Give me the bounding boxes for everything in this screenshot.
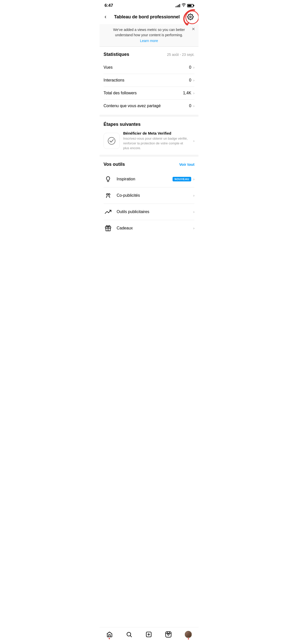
thick-divider-1 [100,115,198,117]
tool-right-outils: › [193,210,194,214]
stat-value-interactions: 0 [189,78,191,83]
stat-value-followers: 1,4K [183,91,191,95]
tool-right-cadeaux: › [193,226,194,230]
gear-icon [187,14,194,20]
tool-label-outils: Outils publicitaires [117,210,193,214]
meta-verified-desc: Inscrivez-vous pour obtenir un badge vér… [123,136,190,151]
tools-section: Vos outils Voir tout Inspiration NOUVEAU… [100,157,198,239]
tool-label-cadeaux: Cadeaux [117,226,193,230]
tool-right-copublicites: › [193,193,194,197]
chevron-right-outils: › [193,210,194,214]
stat-right-contenu: 0 › [189,104,194,108]
svg-point-2 [107,193,108,195]
chevron-right-icon-4: › [193,104,194,108]
meta-verified-info: Bénéficier de Meta Verified Inscrivez-vo… [123,131,190,151]
chevron-right-icon: › [193,65,194,69]
nouveau-badge: NOUVEAU [173,177,191,181]
wifi-icon [182,3,186,8]
chevron-right-icon-2: › [193,78,194,82]
gift-icon [104,224,113,233]
settings-button[interactable] [186,13,194,21]
chevron-right-inspiration: › [193,177,194,181]
signal-icon [176,4,180,7]
chevron-right-icon-3: › [193,91,194,95]
chevron-right-meta: › [193,139,194,143]
stat-row-vues[interactable]: Vues 0 › [104,61,194,74]
stat-right-vues: 0 › [189,65,194,70]
stat-row-contenu[interactable]: Contenu que vous avez partagé 0 › [104,100,194,112]
tool-row-cadeaux[interactable]: Cadeaux › [104,220,194,236]
tool-row-outils[interactable]: Outils publicitaires › [104,204,194,220]
tool-right-inspiration: NOUVEAU › [173,177,194,181]
back-button[interactable]: ‹ [104,13,107,21]
svg-point-1 [108,137,115,144]
stat-value-contenu: 0 [189,104,191,108]
voir-tout-link[interactable]: Voir tout [179,162,194,167]
tool-label-copublicites: Co-publicités [117,193,193,198]
page-title: Tableau de bord professionnel [107,14,186,20]
meta-verified-card[interactable]: Bénéficier de Meta Verified Inscrivez-vo… [104,131,194,151]
statistics-header: Statistiques 25 août - 23 sept. [104,52,194,57]
svg-point-3 [108,193,110,195]
next-steps-section: Étapes suivantes Bénéficier de Meta Veri… [100,117,198,155]
tools-title: Vos outils [104,162,125,167]
stat-row-followers[interactable]: Total des followers 1,4K › [104,87,194,100]
statistics-section: Statistiques 25 août - 23 sept. Vues 0 ›… [100,47,198,115]
status-bar: 6:47 [100,0,198,10]
meta-verified-title: Bénéficier de Meta Verified [123,131,190,135]
battery-icon [187,4,193,7]
statistics-date: 25 août - 23 sept. [167,53,194,57]
stat-label-interactions: Interactions [104,78,124,83]
next-steps-title: Étapes suivantes [104,122,141,127]
stat-label-followers: Total des followers [104,91,137,95]
tool-row-copublicites[interactable]: Co-publicités › [104,187,194,204]
meta-verified-icon [104,133,120,149]
thick-divider-2 [100,155,198,157]
statistics-title: Statistiques [104,52,129,57]
stat-label-contenu: Contenu que vous avez partagé [104,104,161,108]
banner: We've added a views metric so you can be… [100,24,198,47]
tool-label-inspiration: Inspiration [117,177,173,181]
copublicites-icon [104,191,113,200]
stat-label-vues: Vues [104,65,113,70]
stat-right-interactions: 0 › [189,78,194,83]
stat-right-followers: 1,4K › [183,91,194,95]
status-time: 6:47 [105,3,113,8]
stat-row-interactions[interactable]: Interactions 0 › [104,74,194,87]
nav-header: ‹ Tableau de bord professionnel [100,10,198,24]
bottom-spacer [100,239,198,261]
lightbulb-icon [104,175,113,184]
trending-icon [104,207,113,216]
svg-point-0 [190,16,191,18]
tools-header: Vos outils Voir tout [104,162,194,167]
status-icons [176,3,193,8]
banner-text: We've added a views metric so you can be… [105,27,193,38]
banner-close-button[interactable]: ✕ [192,27,195,31]
chevron-right-copublicites: › [193,193,194,197]
learn-more-link[interactable]: Learn more [105,39,193,43]
tool-row-inspiration[interactable]: Inspiration NOUVEAU › [104,171,194,187]
chevron-right-cadeaux: › [193,226,194,230]
stat-value-vues: 0 [189,65,191,70]
